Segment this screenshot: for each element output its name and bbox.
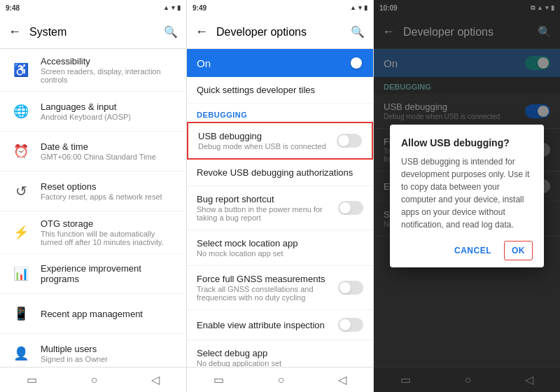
accessibility-subtitle: Screen readers, display, interaction con…	[41, 67, 178, 84]
debug-app-text: Select debug app No debug application se…	[197, 348, 363, 367]
otg-subtitle: This function will be automatically turn…	[41, 230, 178, 246]
panel-system: 9:48 ▲ ▾ ▮ ← System 🔍 ♿ Accessibility Sc…	[0, 0, 187, 392]
debug-app-item[interactable]: Select debug app No debug application se…	[187, 340, 373, 367]
view-attr-title: Enable view attribute inspection	[197, 320, 338, 330]
bug-report-toggle[interactable]	[338, 201, 363, 215]
settings-item-experience[interactable]: 📊 Experience improvement programs	[0, 254, 186, 294]
signal-icon: ▲	[163, 4, 169, 11]
recentapp-text: Recent app management	[41, 309, 143, 319]
dialog-cancel-button[interactable]: CANCEL	[447, 241, 498, 260]
back-arrow-2[interactable]: ←	[195, 24, 208, 39]
datetime-icon: ⏰	[8, 139, 34, 164]
mock-location-text: Select mock location app No mock locatio…	[197, 238, 363, 258]
accessibility-icon: ♿	[8, 57, 34, 83]
gnss-text: Force full GNSS measurements Track all G…	[197, 274, 338, 302]
usb-debugging-item[interactable]: USB debugging Debug mode when USB is con…	[187, 122, 373, 160]
quick-settings-title: Quick settings developer tiles	[197, 85, 363, 95]
settings-item-languages[interactable]: 🌐 Languages & input Android Keyboard (AO…	[0, 92, 186, 132]
revoke-usb-text: Revoke USB debugging authorizations	[197, 167, 363, 178]
developer-toggle[interactable]	[338, 56, 363, 70]
bug-report-subtitle: Show a button in the power menu for taki…	[197, 205, 338, 222]
developer-list: On Quick settings developer tiles DEBUGG…	[187, 49, 373, 367]
developer-on-bar: On	[187, 49, 373, 77]
dialog-body: USB debugging is intended for developmen…	[401, 155, 533, 231]
dialog-overlay: Allow USB debugging? USB debugging is in…	[374, 0, 560, 392]
status-icons-1: ▲ ▾ ▮	[163, 4, 181, 11]
developer-title: Developer options	[216, 26, 351, 38]
settings-item-accessibility[interactable]: ♿ Accessibility Screen readers, display,…	[0, 49, 186, 92]
signal-icon-2: ▲	[350, 4, 356, 11]
dialog-box: Allow USB debugging? USB debugging is in…	[390, 125, 544, 267]
system-header: ← System 🔍	[0, 15, 186, 49]
reset-icon: ↺	[8, 178, 34, 204]
nav-circle-icon-2[interactable]: ○	[278, 374, 285, 386]
gnss-title: Force full GNSS measurements	[197, 274, 338, 284]
status-bar-2: 9:49 ▲ ▾ ▮	[187, 0, 373, 15]
settings-item-otg[interactable]: ⚡ OTG storage This function will be auto…	[0, 211, 186, 254]
usb-debugging-toggle[interactable]	[337, 134, 362, 148]
settings-item-datetime[interactable]: ⏰ Date & time GMT+06:00 China Standard T…	[0, 132, 186, 172]
status-time-1: 9:48	[6, 4, 20, 12]
mock-location-item[interactable]: Select mock location app No mock locatio…	[187, 230, 373, 266]
wifi-icon-2: ▾	[358, 4, 362, 11]
usb-debugging-subtitle: Debug mode when USB is connected	[198, 142, 337, 150]
multiuser-text: Multiple users Signed in as Owner	[41, 344, 108, 363]
quick-settings-item[interactable]: Quick settings developer tiles	[187, 77, 373, 104]
developer-header: ← Developer options 🔍	[187, 15, 373, 49]
settings-item-multiuser[interactable]: 👤 Multiple users Signed in as Owner	[0, 334, 186, 367]
multiuser-subtitle: Signed in as Owner	[41, 355, 108, 363]
otg-icon: ⚡	[8, 220, 34, 245]
settings-item-reset[interactable]: ↺ Reset options Factory reset, apps & ne…	[0, 172, 186, 211]
nav-triangle-icon[interactable]: ◁	[151, 373, 160, 386]
search-icon[interactable]: 🔍	[164, 25, 178, 38]
languages-subtitle: Android Keyboard (AOSP)	[41, 113, 131, 121]
experience-text: Experience improvement programs	[41, 263, 178, 284]
view-attr-toggle[interactable]	[338, 318, 363, 332]
otg-text: OTG storage This function will be automa…	[41, 218, 178, 246]
dialog-ok-button[interactable]: OK	[504, 241, 533, 260]
nav-circle-icon[interactable]: ○	[91, 374, 98, 386]
nav-triangle-icon-2[interactable]: ◁	[338, 373, 346, 386]
datetime-subtitle: GMT+06:00 China Standard Time	[41, 153, 156, 161]
bottom-nav-1: ▭ ○ ◁	[0, 367, 186, 392]
revoke-usb-title: Revoke USB debugging authorizations	[197, 167, 363, 178]
dialog-title: Allow USB debugging?	[401, 137, 533, 148]
recentapp-icon: 📱	[8, 301, 34, 326]
languages-text: Languages & input Android Keyboard (AOSP…	[41, 102, 131, 121]
gnss-toggle[interactable]	[338, 281, 363, 295]
gnss-subtitle: Track all GNSS constellations and freque…	[197, 285, 338, 302]
back-arrow[interactable]: ←	[8, 24, 21, 39]
system-title: System	[29, 26, 164, 38]
accessibility-text: Accessibility Screen readers, display, i…	[41, 56, 178, 84]
multiuser-title: Multiple users	[41, 344, 108, 354]
battery-icon-2: ▮	[364, 4, 368, 11]
panel-developer: 9:49 ▲ ▾ ▮ ← Developer options 🔍 On Quic…	[187, 0, 374, 392]
reset-title: Reset options	[41, 181, 162, 192]
dialog-buttons: CANCEL OK	[401, 241, 533, 260]
experience-title: Experience improvement programs	[41, 263, 178, 284]
usb-debugging-title: USB debugging	[198, 131, 337, 141]
gnss-item[interactable]: Force full GNSS measurements Track all G…	[187, 266, 373, 310]
bug-report-item[interactable]: Bug report shortcut Show a button in the…	[187, 186, 373, 230]
otg-title: OTG storage	[41, 218, 178, 229]
status-bar-1: 9:48 ▲ ▾ ▮	[0, 0, 186, 15]
multiuser-icon: 👤	[8, 341, 34, 366]
mock-location-subtitle: No mock location app set	[197, 249, 363, 258]
recentapp-title: Recent app management	[41, 309, 143, 319]
view-attr-item[interactable]: Enable view attribute inspection	[187, 310, 373, 340]
debug-app-subtitle: No debug application set	[197, 359, 363, 367]
panel-developer-dialog: 10:09 ⧉ ▲ ▾ ▮ ← Developer options 🔍 On D…	[374, 0, 560, 392]
datetime-title: Date & time	[41, 141, 156, 152]
revoke-usb-item[interactable]: Revoke USB debugging authorizations	[187, 160, 373, 186]
quick-settings-text: Quick settings developer tiles	[197, 85, 363, 95]
search-icon-2[interactable]: 🔍	[351, 25, 365, 38]
battery-icon: ▮	[177, 4, 181, 11]
debugging-section-label: DEBUGGING	[187, 104, 373, 122]
debug-app-title: Select debug app	[197, 348, 363, 358]
view-attr-text: Enable view attribute inspection	[197, 320, 338, 330]
nav-square-icon[interactable]: ▭	[27, 373, 37, 386]
bug-report-text: Bug report shortcut Show a button in the…	[197, 194, 338, 222]
settings-item-recentapp[interactable]: 📱 Recent app management	[0, 294, 186, 334]
nav-square-icon-2[interactable]: ▭	[214, 373, 224, 386]
developer-on-label: On	[197, 57, 211, 69]
